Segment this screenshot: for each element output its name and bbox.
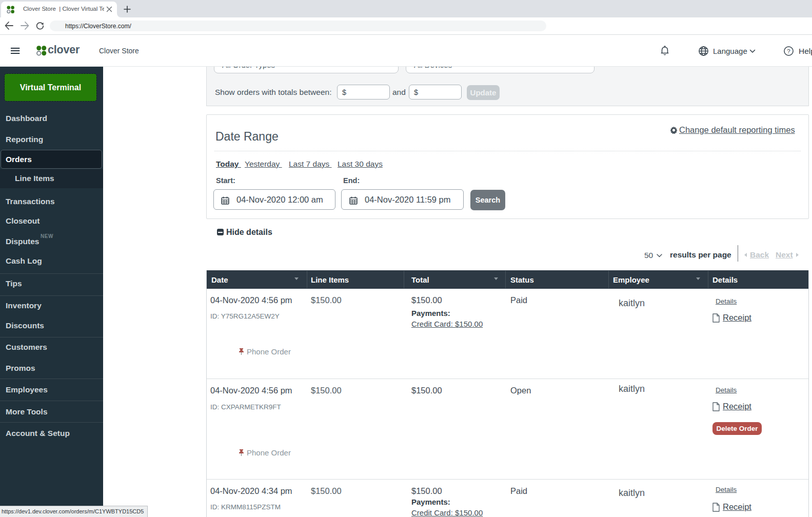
svg-text:?: ? bbox=[787, 48, 790, 54]
